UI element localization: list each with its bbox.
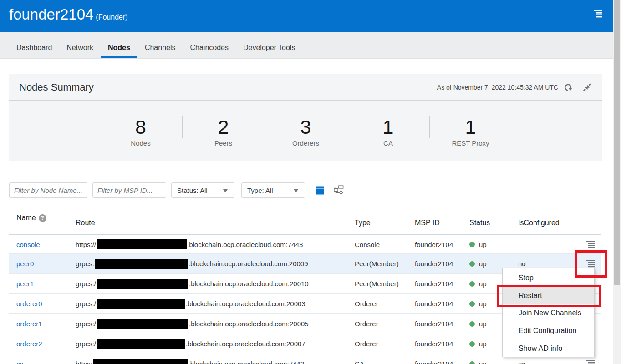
- instance-title: founder2104 (Founder): [9, 6, 128, 23]
- nodes-table-header: Name ? Route Type MSP ID Status IsConfig…: [9, 209, 601, 235]
- row-actions-menu-icon[interactable]: [586, 260, 595, 268]
- tab-chaincodes[interactable]: Chaincodes: [183, 32, 236, 58]
- column-header-status: Status: [469, 219, 517, 234]
- tab-network[interactable]: Network: [59, 32, 101, 58]
- chevron-down-icon: [223, 189, 228, 192]
- main-nav: DashboardNetworkNodesChannelsChaincodesD…: [0, 32, 613, 59]
- menu-item-edit-configuration[interactable]: Edit Configuration: [503, 322, 594, 340]
- scrollbar-thumb[interactable]: [614, 0, 620, 285]
- node-type: Orderer: [355, 340, 415, 348]
- node-msp-id: founder2104: [415, 241, 469, 248]
- redacted-host: [97, 339, 185, 349]
- node-link-peer0[interactable]: peer0: [16, 260, 34, 268]
- column-header-isconfigured: IsConfigured: [517, 219, 576, 234]
- stat-label: Orderers: [265, 139, 347, 147]
- filter-msp-id-input[interactable]: [92, 182, 166, 198]
- node-type: Console: [355, 241, 415, 248]
- status-up-dot: [469, 281, 475, 287]
- chevron-down-icon: [294, 189, 298, 192]
- stat-ca: 1CA: [347, 116, 429, 138]
- stat-peers: 2Peers: [182, 116, 265, 138]
- panel-title: Nodes Summary: [19, 81, 94, 93]
- node-type: Peer(Member): [355, 280, 415, 288]
- node-status: up: [469, 241, 517, 248]
- collapse-icon[interactable]: [583, 83, 591, 91]
- stat-orderers: 3Orderers: [265, 116, 347, 138]
- node-link-ca[interactable]: ca: [16, 360, 24, 364]
- node-route: grpcs:/.blockchain.ocp.oraclecloud.com:2…: [76, 279, 355, 289]
- type-filter-value: Type: All: [247, 187, 273, 194]
- node-msp-id: founder2104: [415, 260, 469, 268]
- vertical-scrollbar[interactable]: [613, 0, 621, 364]
- stat-label: Nodes: [100, 139, 182, 147]
- node-msp-id: founder2104: [415, 280, 469, 288]
- node-status: up: [469, 260, 517, 268]
- list-view-icon[interactable]: [316, 186, 324, 195]
- row-actions-menu-icon[interactable]: [586, 241, 595, 248]
- redacted-host: [95, 259, 188, 269]
- tab-channels[interactable]: Channels: [137, 32, 183, 58]
- row-actions-menu-icon[interactable]: [586, 360, 595, 364]
- node-isconfigured: no: [517, 260, 576, 268]
- node-route: grpcs:/.blockchain.ocp.oraclecloud.com:2…: [76, 299, 355, 309]
- node-link-orderer0[interactable]: orderer0: [16, 300, 42, 308]
- node-msp-id: founder2104: [415, 360, 469, 364]
- type-filter-dropdown[interactable]: Type: All: [241, 182, 305, 198]
- node-type: CA: [355, 360, 415, 364]
- table-row-console: consolehttps://.blockchain.ocp.oracleclo…: [9, 235, 601, 254]
- nodes-summary-panel: Nodes Summary As of November 7, 2022 10:…: [9, 74, 602, 161]
- nodes-summary-header: Nodes Summary As of November 7, 2022 10:…: [9, 74, 602, 101]
- status-up-dot: [469, 341, 475, 347]
- node-link-peer1[interactable]: peer1: [16, 280, 34, 288]
- status-filter-value: Status: All: [177, 187, 208, 194]
- status-up-dot: [469, 361, 475, 364]
- tab-dashboard[interactable]: Dashboard: [9, 32, 59, 58]
- instance-name: founder2104: [9, 6, 93, 23]
- menu-item-stop[interactable]: Stop: [503, 269, 594, 287]
- app-header: founder2104 (Founder): [0, 0, 613, 32]
- node-route: https:.blockchain.ocp.oraclecloud.com:74…: [76, 359, 355, 364]
- column-header-route: Route: [76, 219, 355, 234]
- redacted-host: [97, 279, 188, 289]
- redacted-host: [97, 299, 185, 309]
- help-icon[interactable]: ?: [39, 214, 46, 222]
- redacted-host: [97, 239, 187, 249]
- filter-bar: Status: All Type: All: [9, 182, 344, 198]
- global-menu-icon[interactable]: [594, 10, 602, 18]
- stat-label: CA: [347, 139, 429, 147]
- column-header-name: Name: [16, 214, 36, 222]
- refresh-icon[interactable]: [564, 84, 572, 91]
- node-route: grpcs:/.blockchain.ocp.oraclecloud.com:2…: [76, 339, 355, 349]
- redacted-host: [93, 359, 188, 364]
- status-filter-dropdown[interactable]: Status: All: [171, 182, 234, 198]
- filter-node-name-input[interactable]: [9, 182, 87, 198]
- node-link-console[interactable]: console: [16, 241, 40, 248]
- stat-rest-proxy: 1REST Proxy: [429, 116, 512, 138]
- node-status: up: [469, 360, 517, 364]
- topology-view-icon[interactable]: [334, 185, 344, 195]
- column-header-msp-id: MSP ID: [415, 219, 469, 234]
- as-of-timestamp: As of November 7, 2022 10:45:32 AM UTC: [437, 84, 558, 91]
- node-msp-id: founder2104: [415, 320, 469, 328]
- stat-value: 2: [183, 116, 265, 138]
- node-type: Orderer: [355, 320, 415, 328]
- tab-nodes[interactable]: Nodes: [101, 32, 137, 58]
- node-route: https://.blockchain.ocp.oraclecloud.com:…: [76, 239, 355, 249]
- node-msp-id: founder2104: [415, 300, 469, 308]
- node-link-orderer2[interactable]: orderer2: [16, 340, 42, 348]
- menu-item-show-ad-info[interactable]: Show AD info: [503, 339, 594, 357]
- stat-label: Peers: [183, 139, 265, 147]
- app-window: founder2104 (Founder) DashboardNetworkNo…: [0, 0, 621, 364]
- tab-developer-tools[interactable]: Developer Tools: [236, 32, 302, 58]
- nodes-summary-stats: 8Nodes2Peers3Orderers1CA1REST Proxy: [9, 101, 602, 161]
- node-isconfigured: no: [517, 360, 576, 364]
- stat-value: 3: [265, 116, 347, 138]
- stat-nodes: 8Nodes: [100, 116, 182, 138]
- menu-item-join-new-channels[interactable]: Join New Channels: [503, 304, 594, 322]
- status-up-dot: [469, 242, 475, 247]
- status-up-dot: [469, 321, 475, 327]
- status-up-dot: [469, 261, 475, 267]
- node-link-orderer1[interactable]: orderer1: [16, 320, 42, 328]
- stat-value: 8: [100, 116, 182, 138]
- menu-item-restart[interactable]: Restart: [503, 287, 594, 305]
